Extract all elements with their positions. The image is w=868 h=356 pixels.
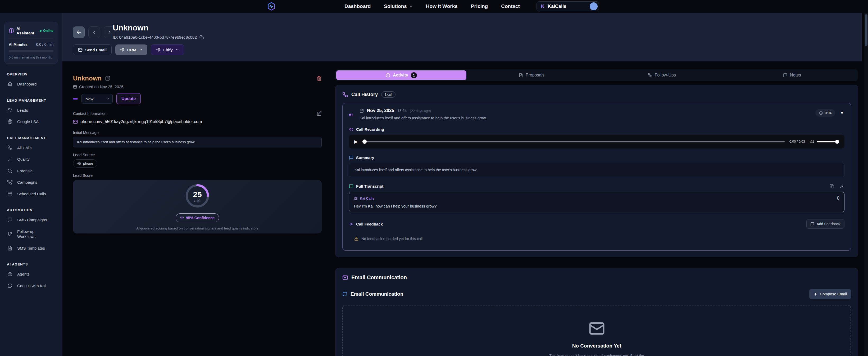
initial-message-field[interactable]: Kai introduces itself and offers assista… <box>73 137 322 147</box>
sidebar-item-leads[interactable]: Leads <box>0 105 62 116</box>
sidebar-item-sms-campaigns[interactable]: SMS Campaigns <box>0 214 62 226</box>
copy-icon[interactable] <box>830 184 834 188</box>
seek-slider[interactable] <box>363 141 785 142</box>
add-feedback-button[interactable]: Add Feedback <box>806 219 844 229</box>
delete-lead-icon[interactable] <box>317 76 322 81</box>
brain-icon <box>386 73 390 78</box>
sidebar-item-scheduled-calls[interactable]: Scheduled Calls <box>0 188 62 200</box>
chat-icon <box>349 184 353 188</box>
copy-icon[interactable] <box>199 35 204 39</box>
status-select[interactable]: New <box>82 94 113 104</box>
ai-assistant-card: AI Assistant Online AI Minutes 0.0 / 0 m… <box>4 22 58 64</box>
transcript-box: Kai Calls 0 Hey I'm Kai, how can I help … <box>349 191 844 212</box>
sidebar-section-call-management: CALL MANAGEMENT All Calls Quality Forens… <box>0 136 62 200</box>
calendar-icon <box>73 85 77 89</box>
sidebar-item-dashboard[interactable]: Dashboard <box>0 78 62 90</box>
sidebar-item-google-lsa[interactable]: Google LSA <box>0 116 62 127</box>
tab-activity[interactable]: Activity 1 <box>336 70 466 80</box>
message-square-icon <box>810 222 814 226</box>
calendar-icon <box>360 109 364 113</box>
arrow-left-icon <box>76 29 82 35</box>
plus-icon <box>813 292 817 296</box>
nav-contact[interactable]: Contact <box>501 3 520 9</box>
top-nav-links: Dashboard Solutions How It Works Pricing… <box>344 0 520 13</box>
initial-message-label: Initial Message <box>73 130 322 135</box>
tab-notes[interactable]: Notes <box>727 70 857 80</box>
section-title-overview: OVERVIEW <box>0 72 62 78</box>
transcript-message: Hey I'm Kai, how can I help your busines… <box>354 204 839 208</box>
crm-button[interactable]: CRM <box>115 44 147 55</box>
ai-minutes-progressbar <box>9 50 54 52</box>
page-header: Unknown ID: 04a916a0-1cbe-4403-bd78-7e9b… <box>62 13 862 61</box>
lead-source-badge: phone <box>73 159 97 168</box>
sidebar-item-agents[interactable]: Agents <box>0 268 62 280</box>
volume-slider[interactable] <box>817 141 839 142</box>
sidebar-item-all-calls[interactable]: All Calls <box>0 142 62 154</box>
online-status-badge: Online <box>40 29 54 33</box>
download-icon[interactable] <box>840 184 844 188</box>
sidebar-item-consult-with-kai[interactable]: Consult with Kai <box>0 280 62 292</box>
sidebar-item-follow-up-workflows[interactable]: Follow-up Workflows <box>0 226 62 242</box>
sidebar-item-sms-templates[interactable]: SMS Templates <box>0 242 62 254</box>
robot-icon <box>354 197 358 200</box>
contact-info-label: Contact Information <box>73 112 106 116</box>
play-button[interactable]: ▶ <box>354 139 358 145</box>
sidebar-item-campaigns[interactable]: Campaigns <box>0 177 62 188</box>
nav-solutions[interactable]: Solutions <box>384 3 413 9</box>
full-transcript-label: Full Transcript <box>356 184 383 188</box>
chevron-right-icon <box>107 30 112 35</box>
sidebar-item-quality[interactable]: Quality <box>0 153 62 165</box>
nav-dashboard[interactable]: Dashboard <box>344 3 371 9</box>
robot-icon <box>7 272 12 276</box>
file-text-icon <box>519 73 523 77</box>
page-scrollbar[interactable] <box>864 13 868 356</box>
phone-icon <box>648 73 652 77</box>
chevron-down-icon <box>106 97 110 101</box>
prev-lead-button[interactable] <box>88 27 100 38</box>
activity-panel: Call History 1 call #1 Nov 25, 2025 13:5… <box>335 85 858 257</box>
volume-thumb[interactable] <box>835 140 839 144</box>
avatar[interactable] <box>590 2 598 10</box>
mail-icon <box>589 320 605 337</box>
nav-pricing[interactable]: Pricing <box>471 3 488 9</box>
litify-button[interactable]: Litify <box>151 44 184 55</box>
call-history-title: Call History <box>351 92 378 97</box>
mail-icon <box>78 48 83 52</box>
tab-follow-ups[interactable]: Follow-Ups <box>597 70 727 80</box>
collapse-call-icon[interactable]: ▼ <box>840 111 844 115</box>
lead-source-label: Lead Source <box>73 153 322 157</box>
update-status-button[interactable]: Update <box>116 93 141 104</box>
edit-name-icon[interactable] <box>105 76 110 81</box>
compose-email-button[interactable]: Compose Email <box>809 289 851 299</box>
tab-proposals[interactable]: Proposals <box>466 70 596 80</box>
waveform-icon <box>349 222 353 226</box>
call-recording-label: Call Recording <box>356 127 384 131</box>
section-title-call-management: CALL MANAGEMENT <box>0 136 62 142</box>
send-email-button[interactable]: Send Email <box>73 44 112 55</box>
page-title: Unknown <box>113 23 148 32</box>
nav-how-it-works[interactable]: How It Works <box>426 3 458 9</box>
sidebar-item-forensic[interactable]: Forensic <box>0 165 62 177</box>
file-text-icon <box>7 246 12 251</box>
account-menu-button[interactable]: K KaiCalls <box>536 1 599 11</box>
globe-icon <box>77 162 81 166</box>
message-square-icon <box>7 217 12 222</box>
email-section-title: Email Communication <box>351 274 407 280</box>
seek-thumb[interactable] <box>363 140 367 144</box>
calendar-icon <box>7 191 12 197</box>
section-title-automation: AUTOMATION <box>0 208 62 214</box>
email-communication-panel: Email Communication Email Communication … <box>335 268 858 356</box>
back-button[interactable] <box>73 27 85 38</box>
clock-icon <box>819 111 823 115</box>
call-count-badge: 1 call <box>381 91 396 98</box>
player-time: 0:00 / 0:03 <box>789 140 805 144</box>
scrollbar-thumb[interactable] <box>865 14 867 46</box>
speaker-icon <box>349 127 353 131</box>
call-relative-time: (22 days ago) <box>410 109 431 113</box>
call-summary-line: Kai introduces itself and offers assista… <box>360 116 844 120</box>
call-card: #1 Nov 25, 2025 13:54 (22 days ago) Kai … <box>342 103 851 251</box>
mail-icon <box>342 275 348 280</box>
edit-contact-icon[interactable] <box>317 111 322 116</box>
status-indicator <box>73 98 78 99</box>
volume-icon[interactable] <box>810 140 814 144</box>
